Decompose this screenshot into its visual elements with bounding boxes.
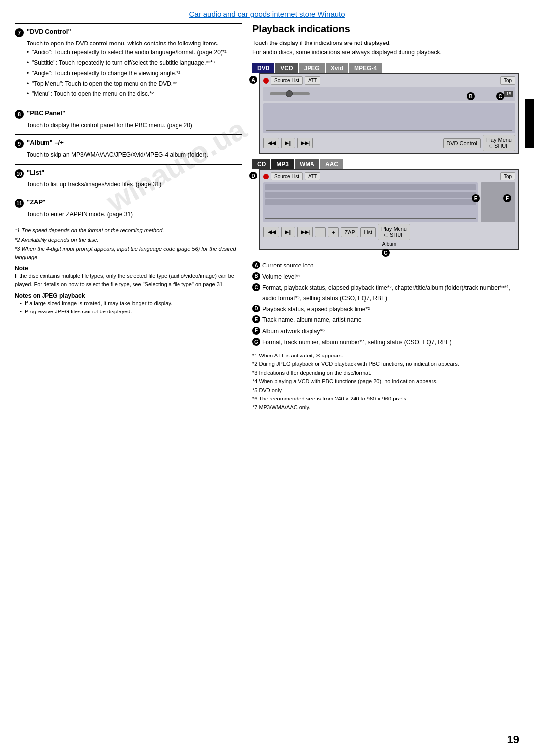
zap-btn[interactable]: ZAP <box>341 227 358 237</box>
label-text-b: Volume level*¹ <box>262 272 300 282</box>
section-body-10: Touch to list up tracks/images/video fil… <box>27 180 242 189</box>
notes-jpeg-block: Notes on JPEG playback If a large-sized … <box>15 292 242 315</box>
right-fn-5: *5 DVD only. <box>252 386 519 395</box>
right-column: Playback indications Touch the display i… <box>252 23 519 412</box>
note-block: Note If the disc contains multiple file … <box>15 265 242 288</box>
bullet-angle: "Angle": Touch repeatedly to change the … <box>27 69 242 78</box>
section-title-8: "PBC Panel" <box>27 109 65 117</box>
label-item-e: E Track name, album name, artist name <box>252 315 519 325</box>
label-item-f: F Album artwork display*⁶ <box>252 326 519 336</box>
prev-btn-dvd[interactable]: |◀◀ <box>263 138 279 148</box>
cd-format-tabs: CD MP3 WMA AAC <box>252 159 519 169</box>
left-column: 7 "DVD Control" Touch to open the DVD co… <box>15 23 242 412</box>
screen-label-d: D <box>249 172 257 179</box>
top-btn-dvd[interactable]: Top <box>500 76 515 85</box>
right-footnotes: *1 When ATT is activated, ✕ appears. *2 … <box>252 352 519 412</box>
label-item-b: B Volume level*¹ <box>252 272 519 282</box>
screen-label-f: F <box>503 194 511 202</box>
volume-slider[interactable] <box>270 92 310 95</box>
cd-screen: Source List ATT Top <box>259 169 519 250</box>
jpeg-note-2: Progressive JPEG files cannot be display… <box>20 308 242 316</box>
att-btn-dvd[interactable]: ATT <box>305 76 320 85</box>
label-circle-f: F <box>252 327 260 335</box>
tab-dvd: DVD <box>252 63 274 73</box>
play-btn-cd[interactable]: ▶|| <box>281 227 295 237</box>
label-circle-d: D <box>252 305 260 312</box>
label-circle-g: G <box>252 338 260 346</box>
note-body: If the disc contains multiple file types… <box>15 272 242 288</box>
section-num-7: 7 <box>15 28 24 37</box>
playback-title: Playback indications <box>252 23 519 35</box>
top-link-bar: Car audio and car goods internet store W… <box>15 10 519 18</box>
notes-jpeg-title: Notes on JPEG playback <box>15 292 242 299</box>
label-text-c: Format, playback status, elapsed playbac… <box>262 283 519 303</box>
section-title-11: "ZAP" <box>27 198 45 206</box>
jpeg-note-1: If a large-sized image is rotated, it ma… <box>20 299 242 308</box>
prev-btn-cd[interactable]: |◀◀ <box>263 227 279 237</box>
section-num-11: 11 <box>15 199 24 208</box>
bullet-subtitle: "Subtitle": Touch repeatedly to turn off… <box>27 58 242 67</box>
screen-label-e: E <box>472 194 480 202</box>
screen-label-g: G <box>382 249 390 257</box>
att-btn-cd[interactable]: ATT <box>305 172 320 180</box>
right-bar-decoration <box>525 99 534 148</box>
cd-left-display <box>263 182 478 222</box>
section-album: 9 "Album" –/+ Touch to skip an MP3/WMA/A… <box>15 134 242 163</box>
section-body-11: Touch to enter ZAPPIN mode. (page 31) <box>27 210 242 219</box>
top-btn-cd[interactable]: Top <box>500 172 515 180</box>
play-menu-btn-cd[interactable]: Play Menu⊂ SHUF <box>378 224 410 240</box>
list-btn[interactable]: List <box>360 227 376 237</box>
dvd-format-tabs: DVD VCD JPEG Xvid MPEG-4 <box>252 63 519 73</box>
section-desc-8: Touch to display the control panel for t… <box>27 121 242 130</box>
label-item-c: C Format, playback status, elapsed playb… <box>252 283 519 303</box>
dvd-display-area <box>263 103 515 133</box>
section-body-8: Touch to display the control panel for t… <box>27 121 242 130</box>
source-list-btn-cd[interactable]: Source List <box>271 172 303 180</box>
minus-btn[interactable]: – <box>315 227 326 237</box>
bullet-top-menu: "Top Menu": Touch to open the top menu o… <box>27 79 242 88</box>
section-dvd-control: 7 "DVD Control" Touch to open the DVD co… <box>15 23 242 104</box>
label-item-a: A Current source icon <box>252 261 519 270</box>
cd-artwork-display <box>481 182 515 222</box>
label-circle-e: E <box>252 315 260 323</box>
dvd-screen-top-bar: Source List ATT Top <box>263 76 515 85</box>
tab-vcd: VCD <box>275 63 298 73</box>
dvd-control-btn[interactable]: DVD Control <box>443 138 481 148</box>
screen-label-c: C <box>496 92 504 100</box>
section-title-7: "DVD Control" <box>27 28 71 35</box>
section-desc-7: Touch to open the DVD control menu, whic… <box>27 39 242 48</box>
winauto-link[interactable]: Car audio and car goods internet store W… <box>189 10 345 18</box>
time-badge: 15 <box>504 91 513 97</box>
section-body-7: Touch to open the DVD control menu, whic… <box>27 39 242 98</box>
left-footnotes: *1 The speed depends on the format or th… <box>15 226 242 261</box>
right-fn-1: *1 When ATT is activated, ✕ appears. <box>252 352 519 360</box>
section-desc-9: Touch to skip an MP3/WMA/AAC/JPEG/Xvid/M… <box>27 150 242 159</box>
play-btn-dvd[interactable]: ▶|| <box>281 138 295 148</box>
plus-btn[interactable]: + <box>328 227 339 237</box>
dvd-screen: Source List ATT Top 15 <box>259 73 519 154</box>
cd-controls-bar: |◀◀ ▶|| ▶▶| – + ZAP List Play Menu⊂ SHUF <box>263 224 515 240</box>
footnote-3: *3 When the 4-digit input prompt appears… <box>15 245 242 261</box>
right-fn-3: *3 Indications differ depending on the d… <box>252 369 519 378</box>
label-circle-c: C <box>252 283 260 291</box>
footnote-2: *2 Availability depends on the disc. <box>15 236 242 244</box>
screen-label-a: A <box>249 76 257 84</box>
next-btn-dvd[interactable]: ▶▶| <box>297 138 313 148</box>
label-text-f: Album artwork display*⁶ <box>262 326 325 336</box>
right-fn-7: *7 MP3/WMA/AAC only. <box>252 403 519 412</box>
tab-xvid: Xvid <box>326 63 348 73</box>
cd-top-bar: Source List ATT Top <box>263 172 515 180</box>
play-menu-btn-dvd[interactable]: Play Menu⊂ SHUF <box>483 135 515 151</box>
right-fn-6: *6 The recommended size is from 240 × 24… <box>252 395 519 403</box>
bullet-menu: "Menu": Touch to open the menu on the di… <box>27 89 242 98</box>
next-btn-cd[interactable]: ▶▶| <box>297 227 313 237</box>
section-bullets-7: "Audio": Touch repeatedly to select the … <box>27 48 242 98</box>
source-list-btn-dvd[interactable]: Source List <box>271 76 303 85</box>
label-list: A Current source icon B Volume level*¹ C… <box>252 261 519 347</box>
screen-label-b: B <box>467 92 475 100</box>
tab-mpeg4: MPEG-4 <box>349 63 382 73</box>
label-item-g: G Format, track number, album number*⁷, … <box>252 337 519 347</box>
section-num-9: 9 <box>15 139 24 148</box>
section-zap: 11 "ZAP" Touch to enter ZAPPIN mode. (pa… <box>15 194 242 222</box>
section-pbc-panel: 8 "PBC Panel" Touch to display the contr… <box>15 105 242 133</box>
